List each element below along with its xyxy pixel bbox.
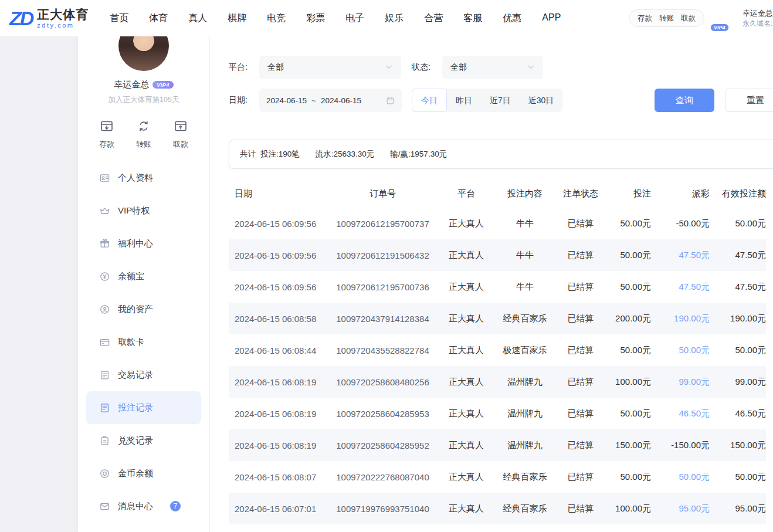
cell-date: 2024-06-15 06:08:58 [229,314,328,324]
cell-payout: 95.00元 [651,503,710,514]
sidebar-item-label: VIP特权 [118,205,150,216]
sidebar-item-label: 我的资产 [118,304,153,315]
status-select[interactable]: 全部 [442,56,543,79]
sidebar-item-welfare-center[interactable]: 福利中心 [86,227,201,260]
nav-item-slots[interactable]: 电子 [345,12,364,25]
status-filter-label: 状态: [412,62,438,73]
cell-bet: 50.00元 [607,218,651,229]
sidebar-item-label: 消息中心 [118,501,153,512]
table-row: 2024-06-15 06:09:56 1009720612195700736 … [229,271,766,303]
cell-payout: 47.50元 [651,250,710,261]
summary-bar: 共计 投注:190笔 流水:25633.30元 输/赢:1957.30元 [229,140,773,169]
cell-valid: 50.00元 [710,345,766,356]
cell-valid: 190.00元 [710,313,766,324]
cell-date: 2024-06-15 06:08:19 [229,440,328,450]
sidebar-item-redeem-records[interactable]: 兑奖记录 [86,424,201,457]
summary-turnover: 流水:25633.30元 [316,149,375,160]
cell-valid: 47.50元 [710,250,766,261]
withdraw-button[interactable]: 取款 [173,119,188,150]
summary-bet-count: 投注:190笔 [260,149,300,160]
cell-valid: 95.00元 [710,503,766,514]
cell-valid: 50.00元 [710,472,766,483]
cell-status: 已结算 [554,503,607,514]
avatar[interactable] [118,36,169,71]
nav-item-entertainment[interactable]: 娱乐 [385,12,404,25]
nav-item-sports[interactable]: 体育 [149,12,168,25]
sidebar-menu: 个人资料 VIP特权 福利中心 余额宝 我的资产 [78,161,209,532]
sidebar-item-transaction-records[interactable]: 交易记录 [86,358,201,391]
gift-icon [99,238,110,249]
range-today-button[interactable]: 今日 [412,89,447,112]
deposit-icon [100,119,114,135]
sidebar-item-coin-balance[interactable]: 金币余额 [86,457,201,490]
wallet-quick-links: 存款 转账 取款 [629,9,704,27]
cell-valid: 99.00元 [710,377,766,388]
cell-platform: 正大真人 [437,282,496,293]
cell-content: 温州牌九 [496,377,554,388]
brand-logo[interactable]: ZD 正大体育 zdty.com [9,8,89,28]
transfer-button[interactable]: 转账 [136,119,151,150]
sidebar-item-label: 兑奖记录 [118,435,153,446]
nav-item-app[interactable]: APP [542,12,561,25]
platform-select[interactable]: 全部 [259,56,401,79]
nav-item-live-casino[interactable]: 真人 [188,12,207,25]
deposit-button[interactable]: 存款 [99,119,114,150]
status-select-value: 全部 [450,62,527,73]
range-7days-button[interactable]: 近7日 [481,89,520,112]
cell-payout: 47.50元 [651,282,710,293]
sidebar-item-profile[interactable]: 个人资料 [86,161,201,194]
col-header-content: 投注内容 [496,188,554,199]
range-30days-button[interactable]: 近30日 [520,89,563,112]
cell-payout: -150.00元 [651,440,710,451]
cell-valid: 150.00元 [710,440,766,451]
sidebar-item-label: 投注记录 [118,402,153,414]
date-filter-label: 日期: [229,95,255,106]
vip-icon [99,205,110,216]
platform-select-value: 全部 [267,62,385,73]
cell-platform: 正大真人 [437,503,496,514]
range-yesterday-button[interactable]: 昨日 [447,89,481,112]
cell-platform: 正大真人 [437,440,496,451]
platform-filter-label: 平台: [229,62,255,73]
nav-item-board-games[interactable]: 棋牌 [228,12,246,25]
sidebar-item-message-center[interactable]: 消息中心 7 [86,490,201,523]
page: ZD 正大体育 zdty.com 首页 体育 真人 棋牌 电竞 彩票 电子 娱乐… [0,0,773,532]
date-range-input[interactable]: 2024-06-15 ~ 2024-06-15 [259,89,402,112]
table-row: 2024-06-15 06:08:19 1009720258604285953 … [229,398,766,429]
cell-order: 1009720222768087040 [328,472,437,482]
nav-item-home[interactable]: 首页 [110,12,128,25]
sidebar-item-bet-records[interactable]: 投注记录 [86,391,201,424]
header-deposit-link[interactable]: 存款 [638,13,652,23]
sidebar-item-withdraw-card[interactable]: 取款卡 [86,326,201,358]
sidebar-item-feedback[interactable]: 意见反馈 [86,523,201,532]
reset-button[interactable]: 重置 [725,89,773,112]
cell-order: 1009720258604285952 [328,440,437,450]
nav-item-esports[interactable]: 电竞 [267,12,286,25]
cell-order: 1009720612195700737 [328,219,437,229]
cell-platform: 正大真人 [437,250,496,261]
sidebar-item-label: 金币余额 [118,468,153,479]
header-withdraw-link[interactable]: 取款 [681,13,696,23]
cell-payout: 99.00元 [651,377,710,388]
brand-name: 正大体育 [37,8,89,21]
search-button[interactable]: 查询 [655,89,714,112]
bet-record-icon [99,402,110,414]
cell-order: 1009720612195700736 [328,282,437,292]
sidebar-item-vip[interactable]: VIP特权 [86,194,201,227]
vip-badge: VIP4 [710,23,729,32]
cell-valid: 50.00元 [710,218,766,229]
nav-item-lottery[interactable]: 彩票 [306,12,325,25]
sidebar-item-yuebao[interactable]: 余额宝 [86,260,201,293]
nav-item-customer-service[interactable]: 客服 [463,12,482,25]
header-transfer-link[interactable]: 转账 [659,13,674,23]
sidebar-item-my-assets[interactable]: 我的资产 [86,293,201,326]
nav-item-promotions[interactable]: 优惠 [503,12,521,25]
cell-platform: 正大真人 [437,408,496,419]
brand-domain: zdty.com [37,22,89,29]
header-user[interactable]: VIP4 幸运金总 永久域名: [715,7,773,29]
cell-order: 1009720435528822784 [328,345,437,355]
nav-item-partnership[interactable]: 合营 [424,12,443,25]
cell-status: 已结算 [554,408,607,419]
page-body: 幸运金总 VIP4 加入正大体育第105天 存款 转账 取款 [0,36,773,532]
profile-joined-text: 加入正大体育第105天 [109,95,179,105]
